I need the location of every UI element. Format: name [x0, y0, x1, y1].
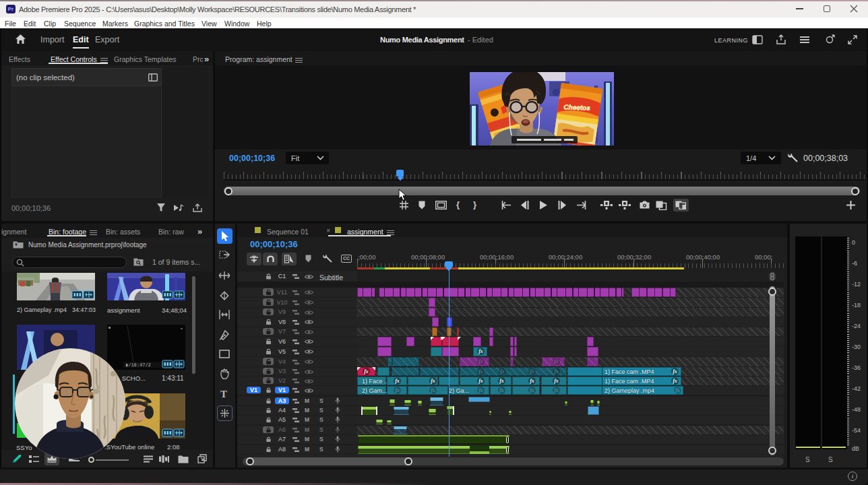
svg-text:Cheetos: Cheetos [563, 103, 590, 111]
svg-text:▮/18:47/2: ▮/18:47/2 [125, 362, 151, 368]
svg-text:T: T [220, 389, 227, 399]
